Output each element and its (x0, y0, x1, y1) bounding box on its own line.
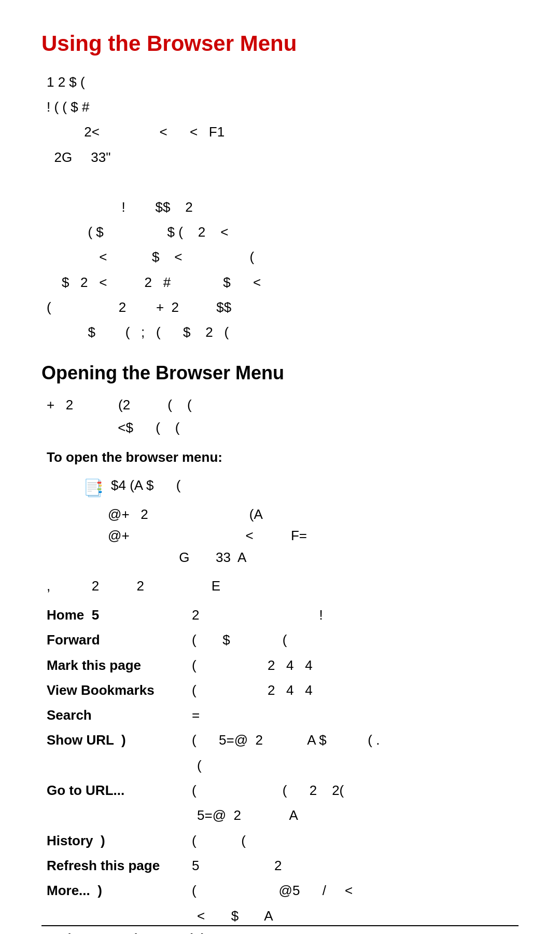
menu-item-more-desc: ( @5 / < (192, 880, 519, 901)
intro-line-5 (47, 171, 519, 194)
menu-item-gotourl-row: Go to URL... ( ( 2 2( (47, 780, 519, 801)
menu-item-bookmarks: View Bookmarks ( 2 4 4 (47, 680, 519, 700)
instruction-label: To open the browser menu: (41, 449, 519, 465)
menu-item-mark-desc: ( 2 4 4 (192, 655, 519, 676)
menu-item-gotourl-desc: ( ( 2 2( (192, 780, 519, 801)
menu-item-history-label: History ) (47, 830, 192, 851)
menu-item-refresh: Refresh this page 5 2 (47, 855, 519, 876)
menu-items-list: Home 5 2 ! Forward ( $ ( Mark this page … (41, 605, 519, 926)
intro-text: 1 2 $ ( ! ( ( $ # 2< < < F1 2G 33" ! $$ … (41, 71, 519, 344)
intro-line-8: < $ < ( (47, 245, 519, 268)
menu-item-showurl: Show URL ) ( 5=@ 2 A $ ( . ( (47, 730, 519, 776)
intro-line-2: ! ( ( $ # (47, 95, 519, 118)
opening-intro-line-1: + 2 (2 ( ( (47, 393, 519, 416)
menu-item-home-label: Home 5 (47, 605, 192, 625)
footer-section-label: Section 3B: Sprint PCS Vision (41, 931, 219, 934)
menu-item-gotourl-label: Go to URL... (47, 780, 192, 801)
intro-line-9: $ 2 < 2 # $ < (47, 271, 519, 294)
menu-item-history-desc: ( ( (192, 830, 519, 851)
menu-item-gotourl-continuation: 5=@ 2 A (47, 805, 519, 826)
menu-item-showurl-continuation: ( (47, 755, 519, 776)
menu-item-forward-label: Forward (47, 629, 192, 650)
intro-line-6: ! $$ 2 (47, 196, 519, 218)
menu-item-refresh-desc: 5 2 (192, 855, 519, 876)
intro-line-4: 2G 33" (47, 146, 519, 169)
opening-step-text-1: $4 (A $ ( (111, 475, 519, 497)
menu-item-more: More... ) ( @5 / < < $ A (47, 880, 519, 926)
menu-item-mark-label: Mark this page (47, 655, 192, 676)
opening-intro-line-2: <$ ( ( (47, 416, 519, 439)
menu-item-refresh-label: Refresh this page (47, 855, 192, 876)
menu-item-more-label: More... ) (47, 880, 192, 901)
device-icon: 📑 (83, 475, 104, 501)
opening-sub-line-1: @+ 2 (A (83, 504, 519, 526)
menu-item-more-row: More... ) ( @5 / < (47, 880, 519, 901)
menu-item-bookmarks-label: View Bookmarks (47, 680, 192, 700)
menu-item-mark: Mark this page ( 2 4 4 (47, 655, 519, 676)
intro-line-1: 1 2 $ ( (47, 71, 519, 93)
menu-item-search: Search = (47, 705, 519, 725)
menu-item-search-label: Search (47, 705, 192, 725)
intro-line-10: ( 2 + 2 $$ (47, 296, 519, 319)
section-title: Opening the Browser Menu (41, 362, 519, 384)
menu-item-showurl-row: Show URL ) ( 5=@ 2 A $ ( . (47, 730, 519, 750)
menu-item-gotourl: Go to URL... ( ( 2 2( 5=@ 2 A (47, 780, 519, 826)
opening-steps: 📑 $4 (A $ ( @+ 2 (A @+ < F= G 33 A (41, 475, 519, 568)
intro-line-3: 2< < < F1 (47, 120, 519, 143)
page-footer: Section 3B: Sprint PCS Vision 255 (41, 925, 519, 934)
menu-item-showurl-label: Show URL ) (47, 730, 192, 750)
opening-sub-line-2: @+ < F= (83, 525, 519, 547)
menu-item-more-continuation: < $ A (47, 905, 519, 926)
menu-item-bookmarks-desc: ( 2 4 4 (192, 680, 519, 700)
menu-item-history: History ) ( ( (47, 830, 519, 851)
menu-item-forward-desc: ( $ ( (192, 629, 519, 650)
opening-step-main: 📑 $4 (A $ ( (83, 475, 519, 501)
intro-line-7: ( $ $ ( 2 < (47, 221, 519, 243)
page-content: Using the Browser Menu 1 2 $ ( ! ( ( $ #… (0, 0, 560, 934)
main-title: Using the Browser Menu (41, 31, 519, 56)
comma-line: , 2 2 E (41, 575, 519, 597)
menu-item-showurl-desc: ( 5=@ 2 A $ ( . (192, 730, 519, 750)
menu-item-home-desc: 2 ! (192, 605, 519, 625)
menu-item-home: Home 5 2 ! (47, 605, 519, 625)
opening-intro: + 2 (2 ( ( <$ ( ( (41, 393, 519, 439)
menu-item-forward: Forward ( $ ( (47, 629, 519, 650)
footer-page-number: 255 (498, 931, 519, 934)
opening-sub-line-3: G 33 A (83, 547, 519, 569)
menu-item-search-desc: = (192, 705, 519, 725)
intro-line-11: $ ( ; ( $ 2 ( (47, 321, 519, 344)
